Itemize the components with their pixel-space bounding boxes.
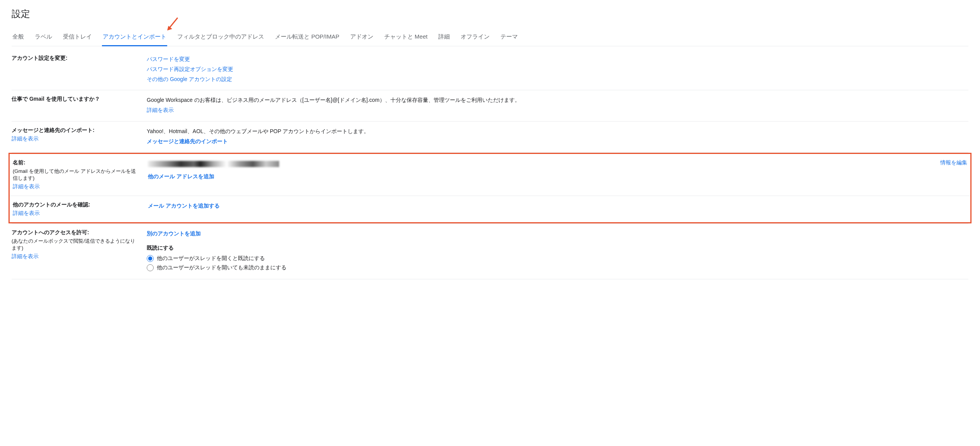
- page-title: 設定: [12, 8, 968, 20]
- other-google-settings-link[interactable]: その他の Google アカウントの設定: [147, 76, 232, 82]
- section-account-settings: アカウント設定を変更: パスワードを変更 パスワード再設定オプションを変更 その…: [12, 49, 968, 90]
- change-password-link[interactable]: パスワードを変更: [147, 56, 190, 62]
- redacted-email: [148, 161, 279, 167]
- highlight-annotation: 名前: (Gmail を使用して他のメール アドレスからメールを送信します) 詳…: [8, 153, 972, 223]
- section-title: 他のアカウントのメールを確認:: [13, 201, 140, 208]
- add-delegate-account-link[interactable]: 別のアカウントを追加: [147, 230, 201, 237]
- import-action-link[interactable]: メッセージと連絡先のインポート: [147, 138, 228, 144]
- section-import: メッセージと連絡先のインポート: 詳細を表示 Yahoo!、Hotmail、AO…: [12, 122, 968, 153]
- tab-forwarding[interactable]: メール転送と POP/IMAP: [274, 29, 340, 46]
- workspace-desc: Google Workspace のお客様は、ビジネス用のメールアドレス（[ユー…: [147, 96, 968, 105]
- add-email-address-link[interactable]: 他のメール アドレスを追加: [148, 173, 214, 179]
- section-title: アカウント設定を変更:: [12, 55, 139, 62]
- workspace-more-link[interactable]: 詳細を表示: [147, 107, 174, 113]
- tab-accounts-import[interactable]: アカウントとインポート: [102, 29, 167, 46]
- mark-read-radio-1[interactable]: [147, 255, 154, 262]
- section-title: 名前:: [13, 159, 140, 166]
- section-workspace: 仕事で Gmail を使用していますか？ Google Workspace のお…: [12, 90, 968, 122]
- section-title: アカウントへのアクセスを許可:: [12, 229, 139, 236]
- section-title: 仕事で Gmail を使用していますか？: [12, 96, 139, 103]
- mark-read-label-2[interactable]: 他のユーザーがスレッドを開いても未読のままにする: [157, 264, 287, 271]
- tab-themes[interactable]: テーマ: [500, 29, 519, 46]
- tab-inbox[interactable]: 受信トレイ: [62, 29, 93, 46]
- section-title: メッセージと連絡先のインポート:: [12, 127, 139, 134]
- tab-advanced[interactable]: 詳細: [437, 29, 451, 46]
- import-desc: Yahoo!、Hotmail、AOL、その他のウェブメールや POP アカウント…: [147, 127, 968, 136]
- tab-general[interactable]: 全般: [12, 29, 25, 46]
- mark-read-heading: 既読にする: [147, 243, 968, 253]
- tab-filters[interactable]: フィルタとブロック中のアドレス: [176, 29, 265, 46]
- edit-info-link[interactable]: 情報を編集: [940, 159, 967, 166]
- mark-read-radio-2[interactable]: [147, 264, 154, 271]
- add-mail-account-link[interactable]: メール アカウントを追加する: [148, 203, 220, 209]
- arrow-annotation-icon: [166, 16, 180, 32]
- section-check-other: 他のアカウントのメールを確認: 詳細を表示 メール アカウントを追加する: [10, 196, 970, 222]
- tab-offline[interactable]: オフライン: [460, 29, 490, 46]
- section-name: 名前: (Gmail を使用して他のメール アドレスからメールを送信します) 詳…: [10, 154, 970, 196]
- grant-access-more-link[interactable]: 詳細を表示: [12, 253, 39, 259]
- import-more-link[interactable]: 詳細を表示: [12, 135, 39, 142]
- svg-line-0: [169, 18, 178, 28]
- section-grant-access: アカウントへのアクセスを許可: (あなたのメールボックスで閲覧/送信できるように…: [12, 223, 968, 280]
- tab-labels[interactable]: ラベル: [34, 29, 53, 46]
- section-subtitle: (Gmail を使用して他のメール アドレスからメールを送信します): [13, 168, 140, 182]
- tab-addons[interactable]: アドオン: [349, 29, 374, 46]
- settings-tabs: 全般 ラベル 受信トレイ アカウントとインポート フィルタとブロック中のアドレス…: [12, 29, 968, 46]
- section-subtitle: (あなたのメールボックスで閲覧/送信できるようになります): [12, 238, 139, 252]
- name-more-link[interactable]: 詳細を表示: [13, 183, 40, 189]
- mark-read-label-1[interactable]: 他のユーザーがスレッドを開くと既読にする: [157, 255, 265, 262]
- check-other-more-link[interactable]: 詳細を表示: [13, 210, 40, 216]
- change-recovery-link[interactable]: パスワード再設定オプションを変更: [147, 66, 233, 72]
- tab-chat-meet[interactable]: チャットと Meet: [383, 29, 429, 46]
